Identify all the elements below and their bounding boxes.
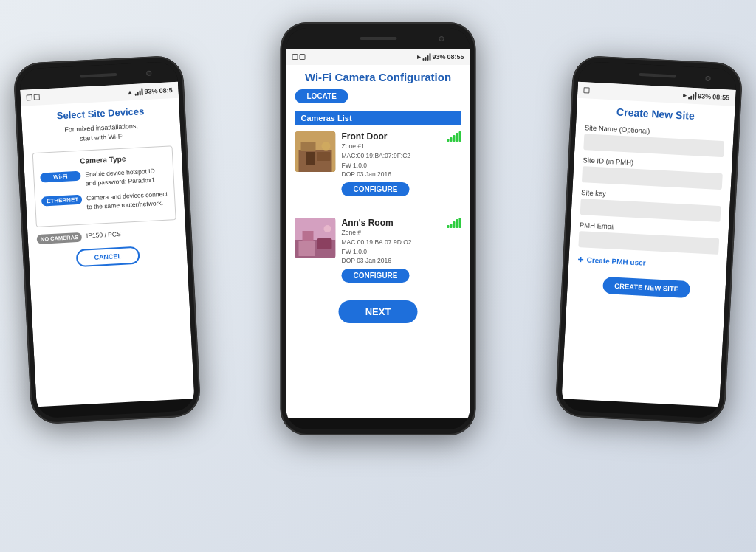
left-subtitle: For mixed insattallations,start with Wi-… — [31, 120, 172, 145]
time-right: 08:55 — [712, 93, 730, 101]
notification-icon-left2 — [34, 94, 40, 100]
signal-bars-right — [688, 92, 697, 100]
no-cameras-value: IP150 / PCS — [86, 230, 121, 241]
camera-mac-1: MAC:00:19:BA:07:9D:O2 — [342, 238, 447, 247]
battery-center: 93% — [432, 53, 445, 61]
locate-button[interactable]: LOCATE — [295, 89, 348, 103]
screen-left: ▲ 93% 08:5 Select Site Devices For mixed… — [20, 82, 194, 407]
camera-name-1: Ann's Room — [342, 218, 447, 228]
wifi-icon-left: ▲ — [126, 89, 133, 96]
camera-info-0: Front Door Zone #1 MAC:00:19:BA:07:9F:C2… — [342, 131, 447, 179]
phone-top-center — [286, 28, 470, 49]
notification-icon-c1 — [292, 54, 298, 60]
wifi-icon-center: ▸ — [417, 53, 421, 61]
thumb-anns-room-img — [295, 218, 336, 258]
camera-info-1: Ann's Room Zone # MAC:00:19:BA:07:9D:O2 … — [342, 218, 447, 266]
thumb-front-door-img — [295, 131, 336, 172]
speaker-right — [639, 73, 676, 78]
next-button[interactable]: NEXT — [339, 300, 418, 323]
camera-item-1: Ann's Room Zone # MAC:00:19:BA:07:9D:O2 … — [295, 218, 461, 294]
battery-left: 93% — [144, 87, 158, 95]
camera-item-0: Front Door Zone #1 MAC:00:19:BA:07:9F:C2… — [295, 131, 461, 208]
svg-rect-10 — [303, 231, 314, 241]
cameras-list-header: Cameras List — [295, 111, 461, 125]
speaker-left — [80, 73, 117, 78]
create-pmh-label: Create PMH user — [586, 255, 645, 266]
signal-1 — [447, 218, 461, 228]
screen-right: ▸ 93% 08:55 Create New Site Site Name (O… — [562, 82, 736, 407]
no-cameras-btn[interactable]: NO CAMERAS — [36, 232, 82, 244]
time-center: 08:55 — [447, 53, 464, 61]
status-icons-left: ▲ 93% 08:5 — [126, 86, 172, 96]
cancel-button[interactable]: CANCEL — [76, 246, 140, 266]
right-title: Create New Site — [585, 104, 726, 123]
camera-dop-1: DOP 03 Jan 2016 — [342, 256, 447, 266]
battery-right: 93% — [698, 92, 712, 100]
status-icons-right: ▸ 93% 08:55 — [683, 92, 729, 101]
ethernet-option: ETHERNET Camera and devices connect to t… — [41, 190, 169, 215]
camera-zone-0: Zone #1 — [342, 142, 447, 151]
create-pmh-link[interactable]: + Create PMH user — [577, 253, 718, 272]
camera-name-0: Front Door — [342, 131, 447, 142]
phone-right: ▸ 93% 08:55 Create New Site Site Name (O… — [554, 55, 743, 424]
camera-thumb-1 — [295, 218, 336, 258]
no-cameras-option: NO CAMERAS IP150 / PCS — [36, 227, 176, 244]
screen-center: ▸ 93% 08:55 Wi-Fi Camera Configuration L… — [286, 49, 470, 418]
wifi-desc: Enable device hotspot ID and password: P… — [85, 167, 168, 189]
configure-btn-0[interactable]: CONFIGURE — [342, 182, 410, 196]
camera-type-box: Camera Type Wi-Fi Enable device hotspot … — [32, 145, 176, 227]
phone-center: ▸ 93% 08:55 Wi-Fi Camera Configuration L… — [281, 22, 476, 435]
status-icons-center: ▸ 93% 08:55 — [417, 53, 464, 61]
ethernet-btn[interactable]: ETHERNET — [41, 195, 83, 207]
wifi-option: Wi-Fi Enable device hotspot ID and passw… — [40, 167, 168, 191]
wifi-btn[interactable]: Wi-Fi — [40, 171, 81, 183]
svg-point-11 — [324, 225, 331, 232]
left-title: Select Site Devices — [30, 104, 171, 123]
create-new-site-button[interactable]: CREATE NEW SITE — [602, 277, 691, 298]
status-bar-center: ▸ 93% 08:55 — [286, 49, 470, 65]
camera-fw-0: FW 1.0.0 — [342, 161, 447, 170]
svg-rect-8 — [299, 241, 315, 256]
screen-content-center: Wi-Fi Camera Configuration LOCATE Camera… — [286, 65, 470, 418]
ethernet-desc: Camera and devices connect to the same r… — [86, 190, 169, 213]
camera-fw-1: FW 1.0.0 — [342, 247, 447, 257]
phone-left: ▲ 93% 08:5 Select Site Devices For mixed… — [13, 55, 201, 424]
notification-icon-left — [27, 94, 32, 100]
camera-zone-1: Zone # — [342, 228, 447, 238]
notification-icon-c2 — [300, 54, 306, 60]
svg-point-5 — [322, 142, 331, 151]
camera-center — [439, 36, 444, 41]
svg-rect-4 — [301, 142, 316, 151]
speaker-center — [360, 37, 396, 40]
camera-dop-0: DOP 03 Jan 2016 — [342, 170, 447, 179]
svg-rect-3 — [317, 152, 331, 161]
signal-bars-left — [134, 88, 143, 96]
camera-mac-0: MAC:00:19:BA:07:9F:C2 — [342, 151, 447, 161]
wifi-icon-right: ▸ — [683, 92, 687, 99]
configure-btn-1[interactable]: CONFIGURE — [342, 269, 410, 283]
plus-icon: + — [577, 253, 584, 265]
center-title: Wi-Fi Camera Configuration — [295, 71, 461, 83]
screen-content-left: Select Site Devices For mixed insattalla… — [21, 98, 194, 407]
screen-content-right: Create New Site Site Name (Optional) Sit… — [562, 98, 735, 407]
svg-rect-9 — [317, 238, 332, 249]
camera-left — [146, 70, 151, 75]
signal-bars-center — [422, 53, 430, 61]
camera-thumb-0 — [295, 131, 336, 172]
camera-type-title: Camera Type — [39, 153, 166, 168]
signal-0 — [447, 131, 461, 142]
time-left: 08:5 — [159, 86, 173, 94]
camera-right — [705, 75, 710, 80]
svg-rect-2 — [306, 152, 315, 165]
notification-icon-r1 — [583, 87, 589, 93]
divider-center — [295, 213, 461, 213]
